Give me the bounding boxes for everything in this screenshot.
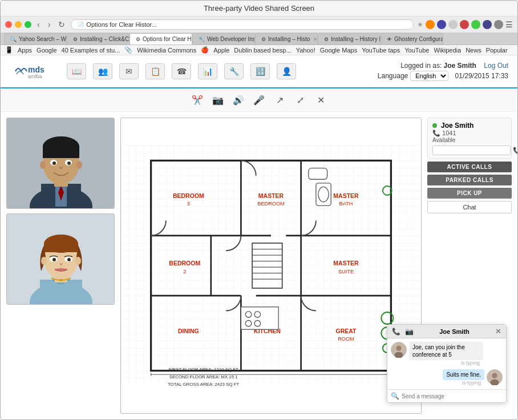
bookmark-popular[interactable]: Popular bbox=[486, 47, 508, 54]
tab-ghostery[interactable]: 👁 Ghostery Configuratio... ✕ bbox=[381, 33, 443, 45]
svg-text:MASTER: MASTER bbox=[333, 192, 359, 199]
phone-icon: 📞 bbox=[432, 130, 440, 136]
address-bar[interactable]: 📄 Options for Clear Histor... bbox=[71, 19, 414, 30]
panel-search-input[interactable] bbox=[432, 146, 511, 155]
chat-message-1: Joe, can you join the conference at 5 is… bbox=[391, 342, 503, 366]
svg-text:BEDROOM: BEDROOM bbox=[257, 201, 284, 207]
svg-point-82 bbox=[396, 346, 401, 351]
logo-area: mds amiba bbox=[10, 60, 55, 83]
nav-phone-button[interactable]: ☎ bbox=[172, 63, 191, 79]
nav-chart-button[interactable]: 📊 bbox=[198, 63, 217, 79]
bookmark-youtube-taps[interactable]: YouTube taps bbox=[362, 47, 400, 54]
chat-typing-2: is typing bbox=[443, 380, 481, 386]
participant-video-male bbox=[7, 118, 115, 209]
shared-screen: BEDROOM 3 MASTER BEDROOM MASTER BATH BED… bbox=[120, 118, 422, 414]
chat-input-area: 🔍 bbox=[387, 389, 506, 402]
browser-actions: ★ ☰ bbox=[417, 20, 513, 29]
panel-status: Available bbox=[432, 137, 507, 143]
pick-up-button[interactable]: PICK UP bbox=[427, 188, 512, 199]
chat-message-2: Suits me fine. is typing bbox=[391, 369, 503, 386]
language-select[interactable]: English bbox=[410, 71, 448, 81]
bookmark-google[interactable]: Google bbox=[37, 47, 56, 54]
bookmark-news[interactable]: News bbox=[466, 47, 481, 54]
back-button[interactable]: ‹ bbox=[35, 19, 42, 30]
tab-close-histo1[interactable]: ✕ bbox=[313, 37, 318, 42]
maximize-window-button[interactable] bbox=[25, 21, 31, 28]
pointer-tool-button[interactable]: ✂️ bbox=[189, 93, 205, 107]
svg-text:mds: mds bbox=[28, 65, 44, 74]
tab-histo1[interactable]: ⚙ Installing – Histo ✕ bbox=[255, 33, 318, 45]
bookmark-wikipedia[interactable]: Wikipedia bbox=[434, 47, 461, 54]
bookmark-apps[interactable]: Apps bbox=[18, 47, 32, 54]
chat-button[interactable]: Chat bbox=[427, 201, 512, 213]
tab-yahoo[interactable]: 🔍 Yahoo Search – Web Sea... ✕ bbox=[4, 33, 67, 45]
svg-text:GREAT: GREAT bbox=[335, 328, 357, 334]
svg-rect-24 bbox=[44, 244, 78, 252]
chat-message-input[interactable] bbox=[402, 393, 503, 399]
svg-point-16 bbox=[76, 161, 82, 169]
nav-copy-button[interactable]: 📋 bbox=[145, 63, 165, 79]
panel-search-bar: 📞 ⌨ bbox=[432, 146, 507, 155]
video-thumb-male bbox=[6, 118, 115, 209]
share-tool-button[interactable]: ↗ bbox=[272, 93, 288, 107]
nav-person-button[interactable]: 👤 bbox=[277, 63, 296, 79]
language-label: Language bbox=[378, 72, 408, 80]
svg-rect-10 bbox=[43, 147, 79, 158]
bookmark-apple[interactable]: Apple bbox=[213, 47, 229, 54]
svg-point-28 bbox=[67, 258, 71, 261]
bookmark-yahoo[interactable]: Yahoo! bbox=[296, 47, 315, 54]
bookmark-googlemaps[interactable]: Google Maps bbox=[320, 47, 357, 54]
svg-text:SECOND FLOOR AREA: MX 15 1: SECOND FLOOR AREA: MX 15 1 bbox=[169, 374, 238, 379]
tab-webdev[interactable]: 🔧 Web Developer Installed: ✕ bbox=[192, 33, 255, 45]
audio-tool-button[interactable]: 🔊 bbox=[230, 93, 246, 107]
active-calls-button[interactable]: ACTIVE CALLS bbox=[427, 161, 512, 172]
minimize-window-button[interactable] bbox=[15, 21, 22, 28]
chat-typing-1: is typing bbox=[409, 360, 480, 366]
logout-link[interactable]: Log Out bbox=[484, 62, 508, 70]
video-panel bbox=[6, 118, 115, 414]
reload-button[interactable]: ↻ bbox=[56, 19, 67, 30]
chat-messages: Joe, can you join the conference at 5 is… bbox=[387, 338, 506, 389]
bookmark-youtube[interactable]: YouTube bbox=[404, 47, 429, 54]
nav-icons: 📖 👥 ✉ 📋 ☎ 📊 🔧 🔢 👤 bbox=[67, 63, 296, 79]
tab-options[interactable]: ⚙ Options for Clear Histor... ✕ bbox=[130, 33, 192, 45]
tab-clickclean[interactable]: ⚙ Installing – Click&Clean ✕ bbox=[67, 33, 130, 45]
nav-calc-button[interactable]: 🔢 bbox=[250, 63, 270, 79]
bookmark-wikimedia[interactable]: Wikimedia Commons bbox=[137, 47, 196, 54]
svg-text:MASTER: MASTER bbox=[258, 192, 284, 199]
camera-tool-button[interactable]: 📷 bbox=[210, 93, 226, 107]
video-toolbar: ✂️ 📷 🔊 🎤 ↗ ⤢ ✕ bbox=[1, 88, 517, 112]
chat-search-icon: 🔍 bbox=[391, 392, 399, 400]
logo-image: mds amiba bbox=[10, 60, 55, 83]
nav-mail-button[interactable]: ✉ bbox=[119, 63, 139, 79]
bookmark-dublin[interactable]: Dublin based besp... bbox=[234, 47, 291, 54]
browser-toolbar: ‹ › ↻ 📄 Options for Clear Histor... ★ ☰ bbox=[1, 17, 517, 33]
forward-button[interactable]: › bbox=[46, 19, 53, 30]
chat-video-icon[interactable]: 📷 bbox=[405, 328, 414, 336]
chat-avatar-self bbox=[487, 369, 503, 385]
svg-point-14 bbox=[67, 161, 71, 165]
svg-text:TOTAL GROSS AREA: 2423 SQ FT: TOTAL GROSS AREA: 2423 SQ FT bbox=[168, 382, 240, 387]
panel-phone-button[interactable]: 📞 bbox=[513, 147, 517, 155]
svg-text:2: 2 bbox=[183, 269, 186, 274]
tab-histo2[interactable]: ⚙ Installing – History Eras... ✕ bbox=[318, 33, 381, 45]
svg-point-29 bbox=[41, 257, 47, 265]
participant-video-female bbox=[7, 214, 115, 305]
parked-calls-button[interactable]: PARKED CALLS bbox=[427, 175, 512, 185]
chat-icons: 📷 bbox=[405, 328, 414, 336]
floor-plan-svg: BEDROOM 3 MASTER BEDROOM MASTER BATH BED… bbox=[121, 118, 421, 413]
chat-popup-header: 📞 📷 Joe Smith ✕ bbox=[387, 325, 506, 338]
mic-tool-button[interactable]: 🎤 bbox=[251, 93, 267, 107]
svg-text:ROOM: ROOM bbox=[338, 336, 354, 342]
address-text: Options for Clear Histor... bbox=[86, 21, 157, 28]
nav-people-button[interactable]: 👥 bbox=[93, 63, 112, 79]
nav-book-button[interactable]: 📖 bbox=[67, 63, 86, 79]
close-tool-button[interactable]: ✕ bbox=[313, 93, 329, 107]
close-window-button[interactable] bbox=[5, 21, 12, 28]
svg-rect-66 bbox=[309, 168, 327, 180]
chat-close-button[interactable]: ✕ bbox=[495, 327, 501, 336]
expand-tool-button[interactable]: ⤢ bbox=[292, 93, 308, 107]
nav-wrench-button[interactable]: 🔧 bbox=[224, 63, 244, 79]
bookmark-40examples[interactable]: 40 Examples of stu... bbox=[62, 47, 120, 54]
svg-point-27 bbox=[52, 258, 56, 261]
